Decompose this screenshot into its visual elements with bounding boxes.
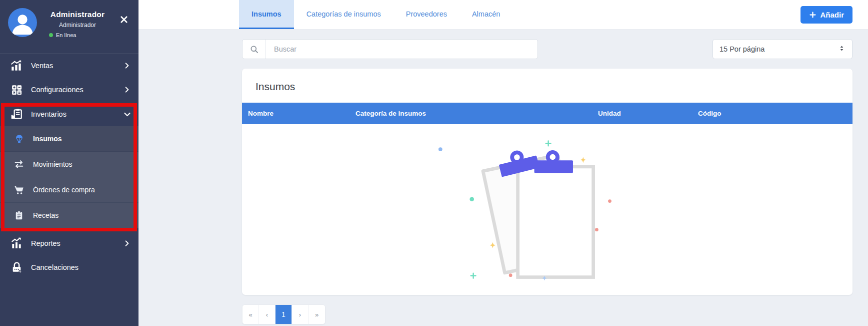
sidebar-item-cancelaciones[interactable]: Cancelaciones (0, 255, 138, 279)
person-icon (8, 8, 37, 37)
pagination: « ‹ 1 › » (242, 304, 326, 324)
topbar: Insumos Categorías de insumos Proveedore… (138, 0, 868, 30)
close-icon (120, 15, 128, 24)
sidebar-item-label: Inventarios (31, 110, 124, 118)
lock-icon (9, 261, 24, 274)
user-panel: Administrador Administrador En línea (0, 0, 138, 54)
add-button[interactable]: Añadir (800, 6, 852, 24)
empty-state (242, 124, 852, 295)
calculator-icon (9, 83, 24, 96)
sidebar-item-label: Configuraciones (31, 86, 124, 94)
sidebar-item-label: Movimientos (33, 160, 130, 168)
add-button-label: Añadir (820, 11, 844, 19)
updown-arrows-icon (838, 45, 846, 54)
sidebar-item-label: Recetas (33, 211, 130, 219)
tab-almacen[interactable]: Almacén (460, 0, 512, 29)
sidebar-item-ventas[interactable]: Ventas (0, 54, 138, 78)
tab-label: Insumos (252, 10, 282, 18)
online-status-label: En línea (56, 32, 76, 38)
pagination-next-button[interactable]: › (292, 305, 308, 324)
sidebar: Administrador Administrador En línea Ven… (0, 0, 138, 326)
column-header-categoria: Categoría de insumos (356, 110, 598, 117)
tab-label: Proveedores (406, 10, 447, 18)
table-header-row: Nombre Categoría de insumos Unidad Códig… (242, 103, 852, 124)
chevron-right-icon (124, 86, 130, 93)
pagination-prev-button[interactable]: ‹ (259, 305, 276, 324)
user-name: Administrador (45, 10, 110, 19)
per-page-value: 15 Por página (720, 45, 764, 53)
sidebar-item-label: Ventas (31, 62, 124, 70)
shopping-cart-icon (13, 184, 25, 195)
search-icon (242, 40, 266, 59)
sidebar-close-button[interactable] (120, 15, 128, 24)
sidebar-item-configuraciones[interactable]: Configuraciones (0, 78, 138, 102)
chevron-down-icon (124, 111, 130, 118)
column-header-nombre: Nombre (248, 110, 356, 117)
sidebar-item-ordenes-de-compra[interactable]: Órdenes de compra (0, 177, 138, 203)
inventarios-submenu: Insumos Movimientos (0, 126, 138, 228)
sidebar-item-movimientos[interactable]: Movimientos (0, 152, 138, 177)
plus-icon (809, 11, 816, 19)
sidebar-item-insumos[interactable]: Insumos (0, 126, 138, 152)
pagination-last-button[interactable]: » (308, 305, 325, 324)
sidebar-item-recetas[interactable]: Recetas (0, 203, 138, 228)
sidebar-nav: Ventas Configuraciones (0, 54, 138, 279)
sidebar-item-reportes[interactable]: Reportes (0, 231, 138, 255)
recipe-clipboard-icon (13, 210, 25, 221)
sidebar-item-label: Reportes (31, 239, 124, 247)
search-box (242, 39, 538, 59)
main-area: Insumos Categorías de insumos Proveedore… (138, 0, 868, 326)
empty-clipboards-illustration (425, 135, 630, 285)
supplies-icon (13, 133, 25, 144)
tab-categorias-de-insumos[interactable]: Categorías de insumos (294, 0, 394, 29)
tab-bar: Insumos Categorías de insumos Proveedore… (239, 0, 512, 29)
sidebar-item-label: Cancelaciones (31, 263, 130, 271)
sidebar-item-inventarios[interactable]: Inventarios (0, 102, 138, 126)
avatar (8, 8, 37, 37)
tab-label: Almacén (472, 10, 500, 18)
sales-chart-icon (9, 59, 24, 72)
tab-label: Categorías de insumos (306, 10, 381, 18)
insumos-panel: Insumos Nombre Categoría de insumos Unid… (242, 69, 852, 295)
column-header-codigo: Código (698, 110, 852, 117)
search-input[interactable] (266, 40, 538, 59)
online-status-dot (49, 33, 53, 37)
column-header-unidad: Unidad (598, 110, 698, 117)
sidebar-item-label: Órdenes de compra (33, 186, 130, 194)
content-area: 15 Por página Insumos Nombre Categoría d… (138, 30, 868, 326)
tab-proveedores[interactable]: Proveedores (394, 0, 460, 29)
chevron-right-icon (124, 62, 130, 69)
chevron-right-icon (124, 240, 130, 247)
tab-insumos[interactable]: Insumos (239, 0, 294, 29)
report-chart-icon (9, 237, 24, 250)
pagination-page-1-button[interactable]: 1 (276, 305, 292, 324)
pagination-first-button[interactable]: « (242, 305, 259, 324)
panel-title: Insumos (242, 69, 852, 103)
user-role: Administrador (45, 22, 110, 29)
toolbar: 15 Por página (242, 39, 852, 59)
sidebar-item-label: Insumos (33, 135, 130, 143)
user-status: En línea (45, 32, 110, 38)
per-page-select[interactable]: 15 Por página (712, 39, 852, 59)
transfer-arrows-icon (13, 159, 25, 170)
inventory-clipboard-icon (9, 108, 24, 121)
